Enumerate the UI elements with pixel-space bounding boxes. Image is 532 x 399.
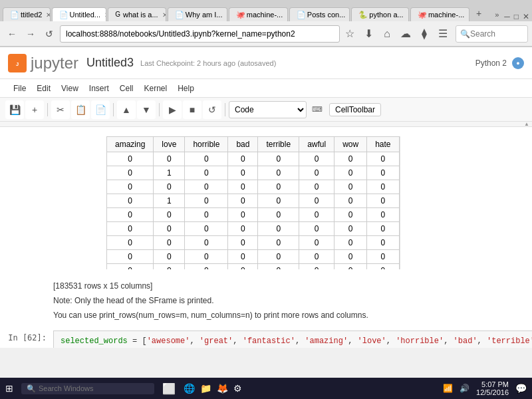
menu-icon[interactable]: ☰	[436, 27, 450, 40]
notification-icon[interactable]: 💬	[515, 383, 527, 394]
firefox-icon[interactable]: 🦊	[217, 383, 228, 394]
tab-4[interactable]: 📄 Why am I... ✕	[168, 7, 227, 21]
tab-6[interactable]: 📄 Posts con... ✕	[289, 7, 350, 21]
table-row: 00000000	[107, 208, 400, 222]
table-cell: 0	[334, 166, 367, 180]
cell-62-row: In [62]: selected_words = ['awesome', 'g…	[0, 328, 532, 348]
save-button[interactable]: 💾	[5, 100, 24, 119]
add-cell-button[interactable]: +	[25, 100, 44, 119]
menu-bar: File Edit View Insert Cell Kernel Help	[0, 79, 532, 98]
tab-6-label: Posts con...	[307, 11, 345, 19]
table-scroll-area[interactable]: amazing love horrible bad terrible awful…	[106, 136, 400, 269]
bookmark-star-icon[interactable]: ☆	[342, 27, 357, 40]
home-icon[interactable]: ⌂	[380, 28, 394, 40]
minimize-button[interactable]: ─	[504, 12, 510, 21]
table-cell: 0	[334, 180, 367, 194]
cut-button[interactable]: ✂	[51, 100, 70, 119]
tab-7-close[interactable]: ✕	[408, 11, 409, 19]
tab-2[interactable]: 📄 Untitled... ✕	[52, 7, 107, 21]
table-output-area: amazing love horrible bad terrible awful…	[53, 130, 400, 276]
sync-icon[interactable]: ☁	[398, 27, 413, 40]
menu-kernel[interactable]: Kernel	[139, 81, 173, 96]
tab-3-close[interactable]: ✕	[162, 11, 166, 19]
pocket-icon[interactable]: ⧫	[417, 27, 432, 40]
move-up-button[interactable]: ▲	[117, 100, 136, 119]
download-icon[interactable]: ⬇	[361, 27, 376, 40]
stop-button[interactable]: ■	[183, 100, 201, 119]
tab-1-close[interactable]: ✕	[46, 11, 50, 19]
jupyter-header: J jupyter Untitled3 Last Checkpoint: 2 h…	[0, 47, 532, 79]
browser-search-input[interactable]	[470, 29, 523, 39]
table-cell: 0	[258, 264, 299, 270]
table-cell: 0	[228, 166, 258, 180]
table-cell: 0	[107, 194, 154, 208]
scroll-indicator: ▲	[0, 122, 532, 127]
tab-3[interactable]: G what is a... ✕	[108, 7, 166, 21]
table-cell: 0	[107, 236, 154, 250]
search-icon: 🔍	[460, 29, 470, 39]
copy-button[interactable]: 📋	[71, 100, 90, 119]
task-view-icon[interactable]: ⬜	[162, 382, 176, 395]
table-cell: 0	[299, 250, 334, 264]
url-bar[interactable]	[60, 25, 340, 43]
windows-start-icon[interactable]: ⊞	[5, 383, 13, 394]
tab-4-close[interactable]: ✕	[226, 11, 227, 19]
celltoolbar-button[interactable]: CellToolbar	[329, 103, 381, 116]
cell-62-prompt: In [62]:	[0, 331, 53, 342]
new-tab-button[interactable]: +	[471, 5, 487, 21]
maximize-button[interactable]: □	[514, 12, 519, 21]
tab-2-close[interactable]: ✕	[104, 11, 106, 19]
clock-display: 5:07 PM 12/5/2016	[476, 380, 509, 396]
jupyter-brand-text: jupyter	[31, 54, 78, 72]
tab-7[interactable]: 🐍 python a... ✕	[351, 7, 409, 21]
close-window-button[interactable]: ✕	[523, 12, 529, 21]
back-button[interactable]: ←	[4, 26, 20, 42]
reload-button[interactable]: ↺	[41, 26, 57, 42]
col-header-bad: bad	[228, 137, 258, 152]
table-cell: 0	[228, 222, 258, 236]
menu-insert[interactable]: Insert	[84, 81, 114, 96]
menu-help[interactable]: Help	[172, 81, 200, 96]
table-note2: You can use print_rows(num_rows=m, num_c…	[53, 308, 532, 323]
svg-text:J: J	[16, 61, 19, 67]
edge-browser-icon[interactable]: 🌐	[184, 383, 195, 394]
statusbar-search: 🔍	[21, 383, 154, 394]
toolbar-sep-4	[225, 103, 225, 116]
forward-button[interactable]: →	[23, 26, 39, 42]
tab-1[interactable]: 📄 ttitled2 ✕	[3, 7, 51, 21]
tab-5[interactable]: 🐙 machine-... ✕	[229, 7, 288, 21]
tab-8-close[interactable]: ✕	[468, 11, 469, 19]
tab-bar: 📄 ttitled2 ✕ 📄 Untitled... ✕ G what is a…	[0, 0, 532, 21]
table-row: 01000000	[107, 194, 400, 208]
col-header-wow: wow	[334, 137, 367, 152]
col-header-horrible: horrible	[185, 137, 228, 152]
table-cell: 1	[154, 194, 185, 208]
menu-cell[interactable]: Cell	[114, 81, 139, 96]
table-row: 00000000	[107, 180, 400, 194]
menu-view[interactable]: View	[56, 81, 84, 96]
table-cell: 0	[299, 180, 334, 194]
menu-file[interactable]: File	[8, 81, 31, 96]
menu-edit[interactable]: Edit	[31, 81, 56, 96]
tab-7-favicon: 🐍	[358, 11, 366, 19]
table-row: 00000000	[107, 236, 400, 250]
nav-icons: ☆ ⬇ ⌂ ☁ ⧫ ☰	[342, 27, 450, 40]
keyboard-icon: ⌨	[312, 105, 323, 114]
kernel-status-icon: ●	[512, 57, 524, 69]
file-explorer-icon[interactable]: 📁	[200, 383, 211, 394]
statusbar-search-input[interactable]	[39, 384, 105, 392]
notebook-title[interactable]: Untitled3	[86, 56, 134, 70]
toolbar: 💾 + ✂ 📋 📄 ▲ ▼ ▶ ■ ↺ Code Markdown Raw NB…	[0, 98, 532, 122]
cell-62-content[interactable]: selected_words = ['awesome', 'great', 'f…	[53, 331, 532, 348]
restart-button[interactable]: ↺	[203, 100, 221, 119]
tab-5-close[interactable]: ✕	[287, 11, 288, 19]
tab-6-close[interactable]: ✕	[349, 11, 350, 19]
settings-icon[interactable]: ⚙	[233, 383, 242, 394]
paste-button[interactable]: 📄	[91, 100, 110, 119]
run-button[interactable]: ▶	[163, 100, 182, 119]
more-tabs-button[interactable]: »	[489, 8, 504, 21]
cell-type-select[interactable]: Code Markdown Raw NBConvert	[229, 101, 307, 118]
table-cell: 0	[299, 152, 334, 166]
move-down-button[interactable]: ▼	[137, 100, 156, 119]
tab-8[interactable]: 🐙 machine-... ✕	[410, 7, 469, 21]
